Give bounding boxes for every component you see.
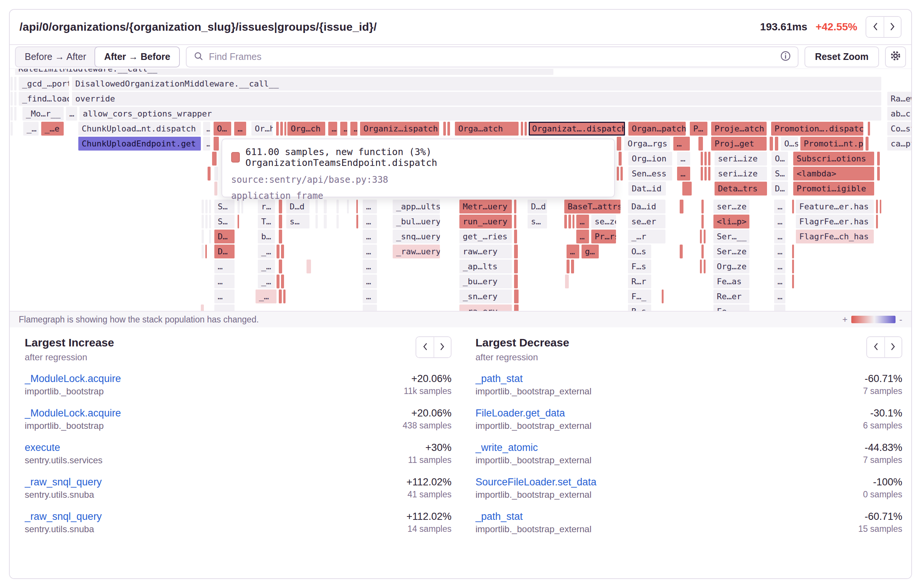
flame-frame[interactable]: … bbox=[214, 260, 234, 273]
flame-frame[interactable]: … bbox=[774, 245, 785, 258]
flame-frame[interactable] bbox=[792, 245, 794, 258]
flame-frame[interactable] bbox=[708, 167, 710, 180]
flame-frame[interactable] bbox=[701, 167, 703, 180]
flame-frame[interactable]: D… bbox=[214, 230, 234, 244]
flame-frame[interactable] bbox=[514, 275, 518, 288]
flame-frame[interactable]: Promotion….dispatch bbox=[771, 122, 863, 136]
flame-frame[interactable]: … bbox=[566, 245, 579, 258]
flame-frame[interactable]: _… bbox=[258, 245, 275, 258]
flame-frame[interactable] bbox=[792, 260, 794, 273]
flame-frame[interactable]: _Mo…r__ bbox=[23, 107, 64, 120]
frame-link[interactable]: SourceFileLoader.set_data bbox=[475, 476, 597, 487]
flame-frame[interactable] bbox=[620, 167, 623, 180]
flame-frame[interactable] bbox=[356, 200, 358, 213]
flame-frame[interactable]: S… bbox=[771, 167, 788, 180]
flame-frame[interactable] bbox=[208, 167, 211, 180]
flame-frame[interactable]: DisallowedOrganizationMiddleware.__call_… bbox=[72, 77, 881, 91]
info-icon[interactable] bbox=[780, 50, 791, 63]
flame-frame[interactable]: … bbox=[350, 122, 358, 136]
flame-frame[interactable]: … bbox=[203, 122, 210, 136]
flame-frame[interactable] bbox=[202, 230, 204, 244]
flame-frame[interactable]: … bbox=[363, 260, 377, 273]
flame-frame[interactable] bbox=[347, 200, 349, 213]
flame-frame[interactable]: … bbox=[363, 304, 377, 311]
prev-button[interactable] bbox=[866, 17, 884, 37]
flame-frame[interactable]: Organizat….dispatch bbox=[529, 122, 625, 136]
flame-frame[interactable] bbox=[205, 214, 208, 229]
flame-frame[interactable] bbox=[698, 137, 703, 151]
flame-frame[interactable]: O…s bbox=[781, 137, 798, 151]
flame-frame[interactable]: S… bbox=[214, 214, 234, 229]
flame-frame[interactable] bbox=[704, 260, 706, 273]
flame-frame[interactable] bbox=[566, 260, 570, 273]
flame-frame[interactable] bbox=[281, 275, 284, 288]
flame-frame[interactable]: T… bbox=[258, 214, 275, 229]
flame-frame[interactable]: Dat…id bbox=[628, 182, 666, 195]
flame-frame[interactable] bbox=[708, 152, 710, 166]
flame-frame[interactable]: Proje…atch bbox=[711, 122, 766, 136]
flame-frame[interactable]: … bbox=[677, 152, 690, 166]
frame-link[interactable]: _write_atomic bbox=[475, 442, 538, 453]
flame-frame[interactable] bbox=[682, 182, 692, 195]
flame-frame[interactable]: … bbox=[677, 167, 690, 180]
flame-frame[interactable]: O… bbox=[213, 122, 231, 136]
flame-frame[interactable] bbox=[209, 214, 211, 229]
flame-frame[interactable] bbox=[280, 122, 283, 136]
flame-frame[interactable]: Feature…er.has bbox=[796, 200, 874, 213]
flame-frame[interactable]: F…_ bbox=[628, 289, 651, 303]
flame-frame[interactable] bbox=[277, 275, 280, 288]
flame-frame[interactable]: O… bbox=[771, 152, 788, 166]
flame-frame[interactable] bbox=[514, 289, 519, 303]
flame-frame[interactable]: _gcd_…port bbox=[19, 77, 69, 91]
flame-frame[interactable] bbox=[680, 245, 683, 258]
flame-frame[interactable]: D… bbox=[771, 182, 788, 195]
flame-frame[interactable]: _bu…ery bbox=[459, 275, 512, 288]
flamegraph[interactable]: RateLimitMiddleware.__call___gcd_…portDi… bbox=[10, 69, 911, 311]
flame-frame[interactable]: Deta…trs bbox=[714, 182, 767, 195]
flame-frame[interactable]: Da…id bbox=[628, 200, 666, 213]
flame-frame[interactable]: … bbox=[774, 214, 785, 229]
flame-frame[interactable] bbox=[514, 304, 519, 311]
flame-frame[interactable]: override bbox=[72, 92, 881, 106]
flame-frame[interactable]: run_…uery bbox=[459, 214, 512, 229]
flame-frame[interactable]: ca…pt bbox=[887, 137, 911, 151]
flame-frame[interactable]: s… bbox=[286, 214, 309, 229]
flame-frame[interactable]: D…d bbox=[286, 200, 309, 213]
flame-frame[interactable]: … bbox=[774, 260, 785, 273]
flame-frame[interactable]: _app…ults bbox=[393, 200, 440, 213]
flame-frame[interactable]: … bbox=[214, 304, 234, 311]
flame-frame[interactable]: Org…ze bbox=[713, 260, 749, 273]
flame-frame[interactable]: … bbox=[774, 289, 785, 303]
flame-frame[interactable]: O…s bbox=[628, 245, 651, 258]
flame-frame[interactable]: D…d bbox=[527, 200, 547, 213]
decrease-next-button[interactable] bbox=[884, 337, 901, 357]
flame-frame[interactable] bbox=[514, 260, 518, 273]
increase-prev-button[interactable] bbox=[416, 337, 433, 357]
flame-frame[interactable] bbox=[701, 245, 704, 258]
flame-frame[interactable] bbox=[447, 122, 450, 136]
flame-frame[interactable]: S… bbox=[214, 200, 234, 213]
flame-frame[interactable] bbox=[201, 304, 204, 311]
frame-link[interactable]: _ModuleLock.acquire bbox=[25, 373, 121, 384]
flame-frame[interactable]: Org…ion bbox=[628, 152, 672, 166]
flame-frame[interactable]: … bbox=[363, 245, 377, 258]
flame-frame[interactable]: Fe…as bbox=[713, 275, 749, 288]
flame-frame[interactable]: g… bbox=[581, 245, 599, 258]
flame-frame[interactable] bbox=[279, 230, 282, 244]
find-frames-search[interactable] bbox=[186, 46, 799, 67]
flame-frame[interactable] bbox=[10, 122, 13, 136]
flame-frame[interactable]: allow_cors_options_wrapper bbox=[80, 107, 881, 120]
frame-link[interactable]: _ModuleLock.acquire bbox=[25, 408, 121, 419]
flame-frame[interactable] bbox=[279, 214, 282, 229]
flame-frame[interactable] bbox=[14, 77, 16, 91]
flame-frame[interactable] bbox=[704, 230, 706, 244]
flame-frame[interactable]: … bbox=[234, 122, 246, 136]
flame-frame[interactable] bbox=[285, 122, 286, 136]
flame-frame[interactable]: _raw…uery bbox=[393, 245, 440, 258]
flame-frame[interactable]: r… bbox=[258, 200, 275, 213]
flame-frame[interactable]: Or…h bbox=[251, 122, 273, 136]
flame-frame[interactable] bbox=[700, 230, 702, 244]
flame-frame[interactable] bbox=[701, 152, 703, 166]
flame-frame[interactable] bbox=[571, 260, 574, 273]
flame-frame[interactable]: _snq…uery bbox=[393, 230, 440, 244]
